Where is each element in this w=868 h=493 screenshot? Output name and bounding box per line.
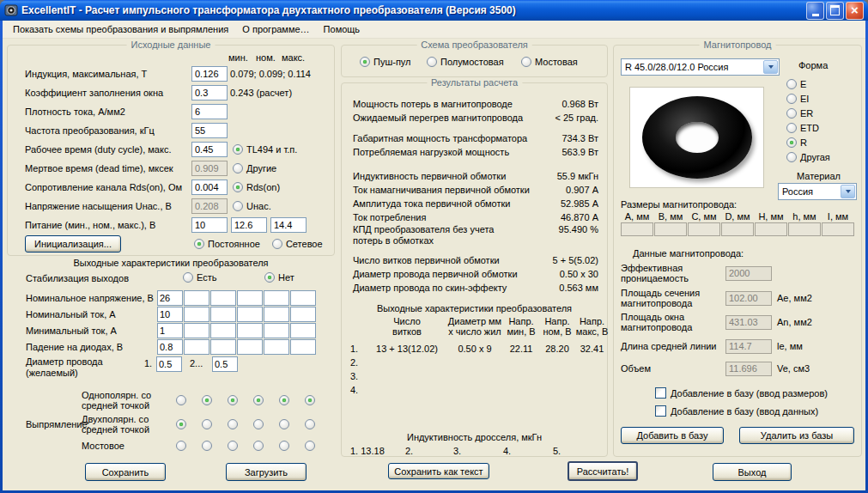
u-sat-radio[interactable] [233, 201, 243, 211]
stab-yes-radio[interactable] [183, 272, 193, 283]
rect-radio[interactable] [253, 441, 264, 451]
rect-radio[interactable] [202, 395, 212, 405]
tl494-radio[interactable] [233, 144, 243, 155]
shape-etd-radio[interactable] [786, 123, 797, 133]
current-density-input[interactable] [191, 104, 228, 119]
output-cell-input[interactable] [157, 339, 183, 355]
rect-radio[interactable] [228, 441, 238, 451]
rect-radio[interactable] [279, 395, 289, 405]
fill-factor-input[interactable] [191, 85, 228, 100]
add-by-data-checkbox-row[interactable]: Добавление в базу (ввод данных) [655, 405, 818, 417]
calculate-button[interactable]: Рассчитать! [568, 461, 638, 481]
close-button[interactable] [846, 2, 864, 20]
shape-option-er[interactable]: ER [786, 107, 813, 119]
minimize-button[interactable] [806, 2, 824, 20]
chevron-down-icon[interactable] [763, 60, 778, 74]
shape-e-radio[interactable] [786, 79, 797, 89]
rect-radio[interactable] [176, 419, 186, 429]
output-cell-input[interactable] [237, 307, 263, 322]
shape-option-r[interactable]: R [786, 137, 807, 149]
output-cell-input[interactable] [210, 323, 236, 338]
output-cell-input[interactable] [290, 290, 316, 306]
output-cell-input[interactable] [210, 307, 236, 322]
ac-supply-radio[interactable] [272, 239, 282, 249]
stabilization-no[interactable]: Нет [264, 272, 294, 283]
save-as-text-button[interactable]: Сохранить как текст [388, 463, 489, 479]
rect-radio[interactable] [253, 419, 264, 429]
load-button[interactable]: Загрузить [226, 463, 307, 481]
frequency-input[interactable] [191, 123, 228, 138]
rect-radio[interactable] [305, 419, 315, 429]
output-cell-input[interactable] [264, 290, 289, 306]
shape-option-e[interactable]: E [786, 78, 806, 90]
rect-radio[interactable] [279, 441, 289, 451]
rect-radio[interactable] [202, 419, 212, 429]
menu-item-schemes[interactable]: Показать схемы преобразования и выпрямле… [6, 22, 235, 36]
output-cell-input[interactable] [184, 323, 209, 338]
output-cell-input[interactable] [157, 290, 183, 306]
menu-item-about[interactable]: О программе… [235, 22, 316, 36]
scheme-bridge[interactable]: Мостовая [521, 57, 578, 67]
dc-supply-radio[interactable] [194, 239, 204, 249]
rect-radio[interactable] [228, 419, 238, 429]
output-cell-input[interactable] [157, 307, 183, 322]
rect-radio[interactable] [176, 395, 186, 405]
shape-r-radio[interactable] [786, 137, 797, 148]
output-cell-input[interactable] [210, 339, 236, 355]
bridge-radio[interactable] [521, 57, 531, 67]
output-cell-input[interactable] [290, 323, 316, 338]
scheme-half-bridge[interactable]: Полумостовая [427, 57, 504, 67]
half-bridge-radio[interactable] [427, 57, 437, 67]
rect-radio[interactable] [253, 395, 264, 405]
shape-er-radio[interactable] [786, 108, 797, 119]
output-cell-input[interactable] [264, 323, 289, 338]
push-pull-radio[interactable] [360, 57, 370, 67]
add-by-sizes-checkbox-row[interactable]: Добавление в базу (ввод размеров) [655, 387, 828, 399]
rect-radio[interactable] [279, 419, 289, 429]
stab-no-radio[interactable] [264, 272, 275, 283]
duty-cycle-input[interactable] [191, 142, 228, 157]
supply-nom-input[interactable] [231, 217, 267, 233]
output-cell-input[interactable] [210, 290, 236, 306]
output-cell-input[interactable] [264, 307, 289, 322]
wire-diameter-1-input[interactable] [156, 356, 182, 372]
output-cell-input[interactable] [237, 339, 263, 355]
output-cell-input[interactable] [184, 339, 209, 355]
init-button[interactable]: Инициализация... [25, 235, 121, 253]
output-cell-input[interactable] [290, 307, 316, 322]
output-cell-input[interactable] [237, 323, 263, 338]
output-cell-input[interactable] [157, 323, 183, 338]
rect-radio[interactable] [228, 395, 238, 405]
save-button[interactable]: Сохранить [85, 463, 166, 481]
add-to-db-button[interactable]: Добавить в базу [621, 427, 724, 444]
rect-radio[interactable] [305, 441, 315, 451]
add-by-data-checkbox[interactable] [655, 405, 666, 417]
output-cell-input[interactable] [290, 339, 316, 355]
menu-item-help[interactable]: Помощь [317, 22, 367, 36]
supply-max-input[interactable] [270, 217, 307, 233]
induction-input[interactable] [191, 66, 228, 82]
rect-radio[interactable] [305, 395, 315, 405]
shape-option-other[interactable]: Другая [786, 151, 830, 163]
output-cell-input[interactable] [264, 339, 289, 355]
other-driver-radio[interactable] [233, 163, 243, 173]
supply-min-input[interactable] [191, 217, 228, 233]
chevron-down-icon[interactable] [841, 185, 855, 198]
stabilization-yes[interactable]: Есть [183, 272, 216, 283]
add-by-sizes-checkbox[interactable] [655, 387, 666, 399]
shape-option-etd[interactable]: ETD [786, 122, 819, 134]
exit-button[interactable]: Выход [713, 463, 792, 481]
rds-on-radio[interactable] [233, 182, 243, 192]
delete-from-db-button[interactable]: Удалить из базы [739, 427, 854, 444]
rect-radio[interactable] [202, 441, 212, 451]
output-cell-input[interactable] [237, 290, 263, 306]
wire-diameter-2-input[interactable] [212, 356, 238, 372]
output-cell-input[interactable] [184, 290, 209, 306]
rect-radio[interactable] [176, 441, 186, 451]
shape-ei-radio[interactable] [786, 94, 797, 104]
output-cell-input[interactable] [184, 307, 209, 322]
material-combobox[interactable]: Россия [778, 183, 857, 200]
shape-other-radio[interactable] [786, 152, 797, 162]
maximize-button[interactable] [826, 2, 844, 20]
core-select-combobox[interactable]: R 45.0/28.0/12.0 Россия [621, 58, 780, 76]
